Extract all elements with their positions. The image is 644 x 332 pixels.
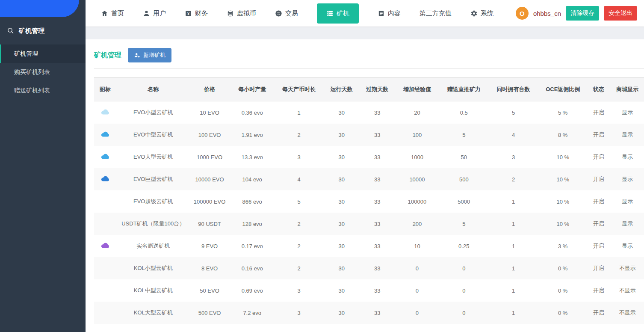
avatar[interactable]: O [516,7,529,20]
cell-exp_gain: 10000 [394,168,440,190]
user-area: O ohbbs_cn 清除缓存 安全退出 [516,6,644,21]
cell-status: 开启 [586,302,611,324]
cell-max_count: 2 [487,168,539,190]
cell-max_count: 4 [487,124,539,146]
nav-mining-machine[interactable]: 矿机 [317,3,359,24]
cell-daily_coin_hours: 4 [275,168,322,190]
clear-cache-button[interactable]: 清除缓存 [566,6,599,21]
cell-oce_rate: 10 % [540,213,586,235]
table-row: EVO小型云矿机10 EVO0.36 evo13033200.555 %开启显示 [94,101,644,124]
svg-text:¥: ¥ [187,12,190,16]
cell-mall_display: 显示 [611,213,644,235]
user-add-icon [134,52,140,59]
cell-price: 90 USDT [190,213,229,235]
cell-exp_gain: 200 [394,213,440,235]
table-row: EVO超级云矿机100000 EVO866 evo530331000005000… [94,190,644,213]
cell-mall_display: 不显示 [611,279,644,302]
cell-oce_rate: 0 % [540,257,586,279]
nav-content[interactable]: 内容 [378,9,401,18]
table-row: KOL小型云矿机8 EVO0.16 evo230330010 %开启不显示 [94,257,644,279]
cell-max_count: 1 [487,257,539,279]
cell-icon [94,101,116,124]
nav-finance[interactable]: ¥ 财务 [185,9,208,18]
cell-expire_days: 33 [361,257,394,279]
sidebar-item-gift-machine-list[interactable]: 赠送矿机列表 [0,81,86,100]
cell-price: 8 EVO [190,257,229,279]
cell-exp_gain: 0 [394,302,440,324]
finance-icon: ¥ [185,10,192,17]
main-content: 矿机管理 新增矿机 图标名称价格每小时产量每天产币时长运行天数过期天数增加经验值… [86,39,644,332]
cell-icon [94,146,116,168]
cell-oce_rate: 0 % [540,279,586,302]
cell-hourly_output: 866 evo [229,190,275,213]
logout-button[interactable]: 安全退出 [604,6,637,21]
cell-mall_display: 不显示 [611,302,644,324]
machine-cloud-icon [100,131,110,137]
cell-exp_gain: 10 [394,235,440,257]
home-icon [101,10,108,17]
cell-daily_coin_hours: 2 [275,235,322,257]
cell-run_days: 30 [322,302,361,324]
nav-virtual-coin[interactable]: 虚拟币 [227,9,256,18]
cell-name: KOL大型云矿机 [116,302,190,324]
nav-users[interactable]: 用户 [143,9,166,18]
cell-run_days: 30 [322,279,361,302]
cell-status: 开启 [586,324,611,332]
nav-trade[interactable]: 交易 [275,9,298,18]
nav-third-party-recharge[interactable]: 第三方充值 [419,9,452,18]
cell-oce_rate: 0 % [540,324,586,332]
cell-mall_display: 不显示 [611,324,644,332]
cell-icon [94,235,116,257]
column-header: OCE返佣比例 [540,78,586,101]
nav-home[interactable]: 首页 [101,9,124,18]
cell-hourly_output: 13.3 evo [229,146,275,168]
page-title: 矿机管理 [94,51,121,60]
cell-run_days: 30 [322,213,361,235]
search-icon [7,27,15,35]
cell-hourly_output: 7.2 evo [229,302,275,324]
sidebar-item-machine-manage[interactable]: 矿机管理 [0,44,86,63]
table-row: EVO中型云矿机100 EVO1.91 evo23033100548 %开启显示 [94,124,644,146]
sidebar-item-buy-machine-list[interactable]: 购买矿机列表 [0,63,86,81]
cell-run_days: 30 [322,124,361,146]
cell-gift_power: 5000 [440,190,487,213]
cell-exp_gain: 20 [394,101,440,124]
cell-icon [94,213,116,235]
cell-run_days: 30 [322,146,361,168]
cell-price: 10000 EVO [190,168,229,190]
coins-icon [227,10,234,17]
title-row: 矿机管理 新增矿机 [94,48,644,62]
table-header-row: 图标名称价格每小时产量每天产币时长运行天数过期天数增加经验值赠送直推矿力同时拥有… [94,78,644,101]
cell-expire_days: 33 [361,124,394,146]
nav-system[interactable]: 系统 [470,9,493,18]
exchange-icon [275,10,282,17]
machine-cloud-icon [100,109,110,115]
cell-expire_days: 33 [361,168,394,190]
server-icon [326,10,334,17]
cell-daily_coin_hours: 2 [275,257,322,279]
username: ohbbs_cn [533,10,561,17]
sidebar-item-label: 购买矿机列表 [14,68,50,76]
cell-status: 开启 [586,235,611,257]
add-machine-button[interactable]: 新增矿机 [128,48,171,62]
cell-price: 500 EVO [190,302,229,324]
cell-status: 开启 [586,101,611,124]
cell-oce_rate: 8 % [540,124,586,146]
cell-max_count: 1 [487,302,539,324]
cell-icon [94,168,116,190]
table-row: KOL大型云矿机500 EVO7.2 evo330330010 %开启不显示 [94,302,644,324]
table-row: KOL巨型云矿机5000 EVO75 evo330330010 %开启不显示 [94,324,644,332]
breadcrumb-bar [86,27,644,39]
cell-exp_gain: 100000 [394,190,440,213]
cell-expire_days: 33 [361,213,394,235]
content-icon [378,10,385,17]
cell-status: 开启 [586,146,611,168]
cell-price: 100 EVO [190,124,229,146]
column-header: 过期天数 [361,78,394,101]
cell-oce_rate: 3 % [540,235,586,257]
cell-expire_days: 33 [361,101,394,124]
sidebar-item-label: 矿机管理 [14,50,38,58]
cell-price: 100000 EVO [190,190,229,213]
cell-exp_gain: 0 [394,257,440,279]
column-header: 商城显示 [611,78,644,101]
